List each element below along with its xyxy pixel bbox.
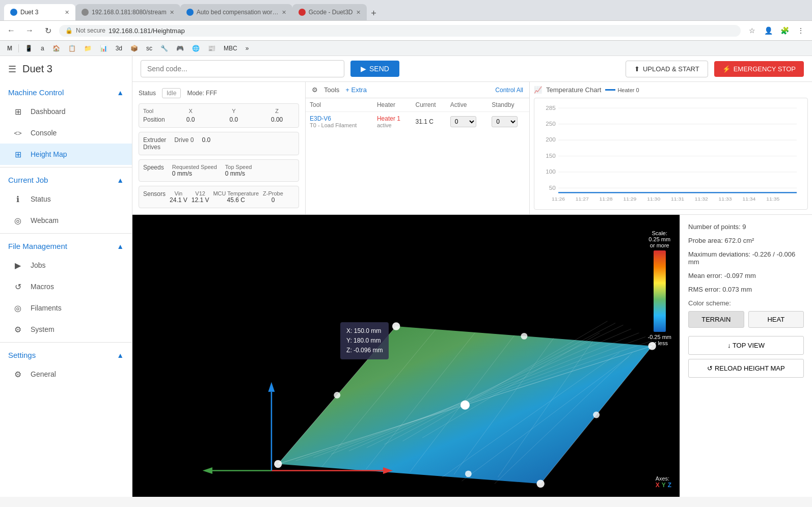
- bookmark-3d[interactable]: 3d: [113, 44, 125, 53]
- sidebar-item-label-dashboard: Dashboard: [31, 107, 66, 116]
- svg-point-50: [521, 333, 527, 340]
- sidebar-item-console[interactable]: <> Console: [0, 122, 132, 144]
- emergency-stop-button[interactable]: ⚡ EMERGENCY STOP: [714, 61, 804, 77]
- axes-label-container: Axes: X Y Z: [656, 475, 671, 489]
- app-container: ☰ Duet 3 Machine Control ▲ ⊞ Dashboard <…: [0, 56, 812, 497]
- sidebar: ☰ Duet 3 Machine Control ▲ ⊞ Dashboard <…: [0, 56, 132, 497]
- col-heater: Heater: [373, 98, 412, 112]
- bookmark-5[interactable]: 📦: [127, 44, 141, 53]
- sidebar-item-jobs[interactable]: ▶ Jobs: [0, 255, 132, 276]
- reload-button[interactable]: ↻: [41, 23, 55, 38]
- chart-title-label: Temperature Chart: [546, 86, 601, 94]
- color-scheme: Color scheme: TERRAIN HEAT: [688, 299, 804, 328]
- drive-value: 0.0: [202, 136, 210, 151]
- upload-button[interactable]: ⬆ UPLOAD & START: [626, 61, 708, 77]
- temp-chart-panel: 📈 Temperature Chart Heater 0: [530, 82, 812, 214]
- sidebar-item-filaments[interactable]: ◎ Filaments: [0, 297, 132, 319]
- sidebar-item-label-filaments: Filaments: [31, 304, 62, 312]
- v12-label: V12: [192, 190, 209, 196]
- bookmark-apps[interactable]: 📱: [22, 44, 36, 53]
- extra-label[interactable]: + Extra: [345, 86, 367, 94]
- bookmark-mbc[interactable]: MBC: [221, 44, 240, 53]
- forward-button[interactable]: →: [22, 23, 37, 38]
- tab-gcode[interactable]: Gcode - Duet3D ✕: [292, 4, 367, 20]
- svg-text:11:27: 11:27: [576, 196, 589, 202]
- control-all-label[interactable]: Control All: [495, 87, 523, 94]
- settings-header[interactable]: Settings ▲: [0, 345, 132, 363]
- bookmark-9[interactable]: 📰: [205, 44, 219, 53]
- profile-icon[interactable]: 👤: [761, 23, 775, 38]
- bookmark-2[interactable]: 📋: [65, 44, 79, 53]
- svg-text:100: 100: [546, 169, 555, 175]
- bookmark-6[interactable]: 🔧: [157, 44, 171, 53]
- bookmark-7[interactable]: 🎮: [173, 44, 187, 53]
- send-code-input[interactable]: [141, 60, 344, 77]
- sidebar-item-label-general: General: [31, 370, 56, 378]
- svg-text:200: 200: [546, 137, 555, 143]
- tab-duet3[interactable]: Duet 3 ✕: [4, 4, 75, 20]
- file-management-header[interactable]: File Management ▲: [0, 236, 132, 255]
- tab-label-stream: 192.168.0.181:8080/stream: [92, 9, 167, 16]
- legend-color-heater0: [605, 89, 615, 91]
- top-view-button[interactable]: ↓ TOP VIEW: [688, 336, 804, 355]
- tab-close-stream[interactable]: ✕: [170, 9, 174, 16]
- hamburger-menu[interactable]: ☰: [8, 64, 16, 75]
- new-tab-button[interactable]: +: [367, 6, 381, 20]
- extensions-icon[interactable]: 🧩: [777, 23, 792, 38]
- tab-label-autobed: Auto bed compensation working...: [197, 9, 279, 16]
- bookmark-3[interactable]: 📁: [81, 44, 95, 53]
- tab-close-duet3[interactable]: ✕: [65, 9, 69, 16]
- mode-value: Mode: FFF: [187, 90, 217, 97]
- machine-control-header[interactable]: Machine Control ▲: [0, 82, 132, 101]
- bookmarks-bar: M 📱 a 🏠 📋 📁 📊 3d 📦 sc 🔧 🎮 🌐 📰 MBC »: [0, 41, 812, 56]
- bookmark-8[interactable]: 🌐: [189, 44, 203, 53]
- pos-z-val: 0.00: [259, 116, 294, 123]
- heater-current: 31.1 C: [412, 112, 446, 132]
- tab-close-gcode[interactable]: ✕: [356, 9, 361, 16]
- bookmark-amazon[interactable]: a: [38, 44, 47, 53]
- stat-mean-error: Mean error: -0.097 mm: [688, 272, 804, 279]
- scale-bar: Scale: 0.25 mmor more -0.25 mmor less: [648, 230, 671, 346]
- tab-autobed[interactable]: Auto bed compensation working... ✕: [180, 4, 292, 20]
- mcu-label: MCU Temperature: [213, 190, 259, 196]
- heater-status: active: [377, 122, 408, 128]
- heat-button[interactable]: HEAT: [748, 311, 804, 328]
- emergency-label: EMERGENCY STOP: [734, 65, 796, 73]
- axes-title: Axes:: [656, 475, 671, 482]
- tab-label-duet3: Duet 3: [20, 9, 62, 16]
- bookmark-sc[interactable]: sc: [143, 44, 155, 53]
- menu-icon[interactable]: ⋮: [794, 23, 808, 38]
- scale-bottom-label: -0.25 mmor less: [648, 334, 671, 346]
- tab-stream[interactable]: 192.168.0.181:8080/stream ✕: [75, 4, 180, 20]
- pos-z-header: Z: [259, 108, 294, 114]
- svg-text:11:34: 11:34: [742, 196, 756, 202]
- drive-label: Drive 0: [174, 136, 194, 151]
- status-value: Idle: [162, 88, 181, 98]
- bookmark-1[interactable]: 🏠: [49, 44, 63, 53]
- stats-panel: Number of points: 9 Probe area: 672.0 cm…: [680, 215, 812, 497]
- active-select[interactable]: 0 50 100 200: [450, 116, 476, 127]
- bookmark-more[interactable]: »: [242, 44, 252, 53]
- address-bar[interactable]: 🔒 Not secure 192.168.0.181/Heightmap: [59, 25, 741, 37]
- tab-close-autobed[interactable]: ✕: [282, 9, 286, 16]
- reload-height-map-button[interactable]: ↺ RELOAD HEIGHT MAP: [688, 359, 804, 378]
- sidebar-item-general[interactable]: ⚙ General: [0, 363, 132, 385]
- terrain-button[interactable]: TERRAIN: [688, 311, 744, 328]
- back-button[interactable]: ←: [4, 23, 18, 38]
- axes-xyz: X Y Z: [656, 482, 671, 489]
- sidebar-item-heightmap[interactable]: ⊞ Height Map: [0, 144, 132, 165]
- sidebar-item-macros[interactable]: ↺ Macros: [0, 276, 132, 297]
- sidebar-item-dashboard[interactable]: ⊞ Dashboard: [0, 101, 132, 122]
- bookmark-icon[interactable]: ☆: [745, 23, 759, 38]
- divider-1: [0, 167, 132, 167]
- sidebar-item-status[interactable]: ℹ Status: [0, 188, 132, 210]
- current-job-header[interactable]: Current Job ▲: [0, 170, 132, 188]
- chart-icon: 📈: [534, 86, 542, 94]
- standby-select[interactable]: 0 50 100: [492, 116, 518, 127]
- sidebar-item-system[interactable]: ⚙ System: [0, 319, 132, 340]
- bookmark-m[interactable]: M: [4, 44, 15, 53]
- send-button[interactable]: ▶ SEND: [350, 61, 399, 77]
- status-title: Status: [139, 90, 156, 97]
- bookmark-4[interactable]: 📊: [97, 44, 111, 53]
- sidebar-item-webcam[interactable]: ◎ Webcam: [0, 210, 132, 231]
